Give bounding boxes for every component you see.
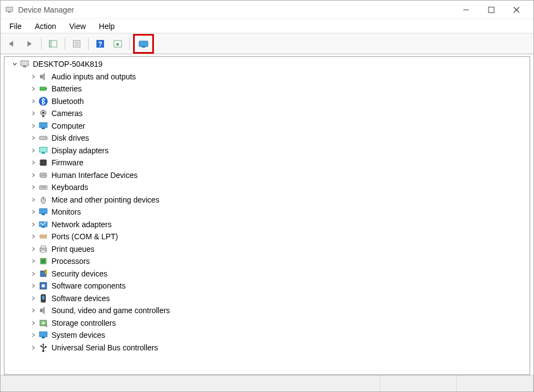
bluetooth-icon: [38, 96, 48, 106]
node-label: Network adapters: [51, 220, 112, 229]
expand-icon[interactable]: [30, 171, 37, 179]
speaker-icon: [38, 72, 48, 82]
expand-icon[interactable]: [30, 245, 37, 253]
tree-node[interactable]: Disk drives: [7, 132, 527, 145]
back-button[interactable]: [4, 36, 20, 51]
maximize-button[interactable]: [479, 2, 504, 18]
svg-rect-75: [39, 332, 47, 337]
expand-icon[interactable]: [30, 183, 37, 191]
tree-node[interactable]: Storage controllers: [7, 317, 527, 330]
forward-button[interactable]: [21, 36, 38, 51]
expand-icon[interactable]: [30, 208, 37, 216]
close-button[interactable]: [504, 2, 529, 18]
monitor-icon: [38, 121, 48, 131]
svg-point-33: [45, 137, 46, 139]
help-button[interactable]: ?: [92, 36, 108, 51]
tree-node[interactable]: Display adapters: [7, 145, 527, 157]
node-label: Mice and other pointing devices: [51, 195, 159, 204]
svg-rect-57: [41, 236, 42, 237]
svg-rect-22: [40, 75, 42, 78]
svg-point-46: [44, 175, 45, 176]
expand-icon[interactable]: [30, 85, 37, 93]
svg-rect-82: [45, 346, 47, 348]
expand-icon[interactable]: [30, 270, 37, 278]
svg-rect-31: [42, 128, 45, 129]
minimize-button[interactable]: [453, 2, 479, 18]
svg-point-68: [42, 284, 45, 287]
tree-node[interactable]: Processors: [7, 255, 527, 268]
tree-root[interactable]: DESKTOP-504K819: [7, 58, 527, 71]
expand-icon[interactable]: [30, 295, 37, 302]
expand-icon[interactable]: [30, 307, 37, 314]
tree-node[interactable]: Computer: [7, 120, 527, 132]
tree-node[interactable]: Sound, video and game controllers: [7, 304, 527, 317]
chip-icon: [38, 158, 48, 168]
add-legacy-hardware-button[interactable]: [135, 36, 152, 51]
expand-icon[interactable]: [30, 257, 37, 265]
expand-icon[interactable]: [30, 73, 37, 80]
tree-node[interactable]: Bluetooth: [7, 95, 527, 108]
menubar: File Action View Help: [1, 19, 533, 33]
tree-node[interactable]: Cameras: [7, 107, 527, 120]
expand-icon[interactable]: [30, 233, 37, 240]
show-hide-tree-button[interactable]: [45, 36, 61, 51]
menu-file[interactable]: File: [4, 21, 27, 32]
svg-rect-71: [40, 309, 42, 312]
svg-marker-72: [42, 307, 45, 314]
tree-node[interactable]: Ports (COM & LPT): [7, 230, 527, 243]
svg-rect-30: [39, 123, 47, 128]
svg-marker-23: [42, 73, 45, 80]
device-tree[interactable]: DESKTOP-504K819 Audio inputs and outputs…: [4, 56, 530, 375]
tree-node[interactable]: Firmware: [7, 157, 527, 169]
expand-icon[interactable]: [30, 134, 37, 142]
tree-node[interactable]: Print queues: [7, 243, 527, 256]
tree-node[interactable]: Software devices: [7, 292, 527, 305]
expand-icon[interactable]: [30, 221, 37, 228]
svg-marker-83: [42, 343, 44, 345]
menu-help[interactable]: Help: [94, 21, 120, 32]
storage-icon: [38, 318, 48, 328]
tree-node[interactable]: Monitors: [7, 206, 527, 218]
node-label: Universal Serial Bus controllers: [51, 343, 158, 352]
svg-rect-66: [45, 270, 47, 274]
tree-node[interactable]: Keyboards: [7, 181, 527, 194]
properties-button[interactable]: [68, 36, 85, 51]
tree-node[interactable]: Network adapters: [7, 218, 527, 231]
collapse-icon[interactable]: [11, 60, 19, 68]
computer-icon: [20, 59, 30, 69]
tree-node[interactable]: Security devices: [7, 268, 527, 280]
speaker-icon: [38, 305, 48, 315]
expand-icon[interactable]: [30, 282, 37, 290]
expand-icon[interactable]: [30, 122, 37, 130]
security-icon: [38, 269, 48, 279]
svg-marker-6: [9, 41, 13, 47]
expand-icon[interactable]: [30, 331, 37, 339]
app-icon: [5, 5, 14, 14]
svg-point-44: [41, 175, 42, 176]
menu-view[interactable]: View: [64, 21, 91, 32]
svg-text:?: ?: [98, 41, 102, 48]
statusbar: [1, 375, 533, 391]
svg-rect-24: [40, 87, 46, 90]
expand-icon[interactable]: [30, 109, 37, 117]
battery-icon: [38, 84, 48, 94]
tree-node[interactable]: Universal Serial Bus controllers: [7, 342, 527, 354]
toolbar-separator: [41, 38, 42, 50]
node-label: Batteries: [51, 84, 82, 93]
tree-node[interactable]: System devices: [7, 329, 527, 342]
scan-hardware-button[interactable]: [110, 36, 126, 51]
node-label: Software components: [51, 281, 125, 290]
tree-node[interactable]: Mice and other pointing devices: [7, 194, 527, 206]
svg-rect-3: [489, 7, 494, 13]
expand-icon[interactable]: [30, 97, 37, 105]
tree-node[interactable]: Batteries: [7, 83, 527, 95]
tree-node[interactable]: Audio inputs and outputs: [7, 71, 527, 83]
tree-node[interactable]: Human Interface Devices: [7, 169, 527, 182]
expand-icon[interactable]: [30, 319, 37, 327]
expand-icon[interactable]: [30, 159, 37, 166]
expand-icon[interactable]: [30, 344, 37, 351]
expand-icon[interactable]: [30, 147, 37, 154]
tree-node[interactable]: Software components: [7, 280, 527, 292]
menu-action[interactable]: Action: [30, 21, 62, 32]
expand-icon[interactable]: [30, 196, 37, 204]
